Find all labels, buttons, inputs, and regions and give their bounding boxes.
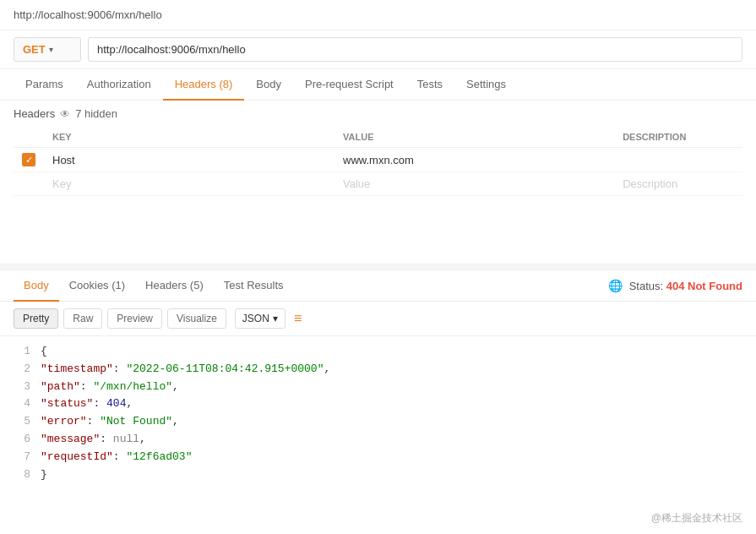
watermark: @稀土掘金技术社区 — [651, 511, 742, 526]
response-tab-headers[interactable]: Headers (5) — [135, 270, 214, 302]
json-body: 1 { 2 "timestamp": "2022-06-11T08:04:42.… — [0, 336, 756, 490]
json-line-4: 4 "status": 404, — [14, 395, 742, 413]
response-section: Body Cookies (1) Headers (5) Test Result… — [0, 270, 756, 490]
col-checkbox — [14, 127, 44, 148]
response-tabs-bar: Body Cookies (1) Headers (5) Test Result… — [0, 270, 756, 302]
section-divider — [0, 264, 756, 270]
headers-label: Headers — [14, 107, 55, 120]
url-input[interactable] — [88, 37, 742, 62]
row-description[interactable] — [614, 148, 742, 172]
tab-settings[interactable]: Settings — [454, 69, 518, 101]
eye-icon: 👁 — [60, 108, 70, 120]
tab-pre-request-script[interactable]: Pre-request Script — [293, 69, 405, 101]
globe-icon: 🌐 — [608, 279, 623, 292]
col-value-header: VALUE — [334, 127, 614, 148]
chevron-down-icon: ▾ — [49, 45, 53, 54]
json-line-7: 7 "requestId": "12f6ad03" — [14, 449, 742, 466]
headers-label-row: Headers 👁 7 hidden — [14, 101, 742, 127]
checkbox-checked-icon: ✓ — [22, 153, 35, 166]
status-area: 🌐 Status: 404 Not Found — [608, 279, 742, 292]
request-bar: GET ▾ — [0, 30, 756, 69]
tab-tests[interactable]: Tests — [405, 69, 454, 101]
chevron-down-icon: ▾ — [273, 313, 278, 324]
tab-body[interactable]: Body — [244, 69, 293, 101]
row-checkbox-empty[interactable] — [14, 172, 44, 196]
tab-params[interactable]: Params — [14, 69, 75, 101]
status-label: Status: 404 Not Found — [629, 280, 742, 292]
json-line-8: 8 } — [14, 466, 742, 484]
json-line-1: 1 { — [14, 343, 742, 361]
tab-authorization[interactable]: Authorization — [75, 69, 163, 101]
row-key-placeholder[interactable]: Key — [44, 172, 334, 196]
json-format-label: JSON — [242, 313, 269, 324]
json-format-select[interactable]: JSON ▾ — [235, 308, 286, 329]
status-code: 404 Not Found — [666, 280, 742, 292]
json-line-3: 3 "path": "/mxn/hello", — [14, 379, 742, 396]
filter-icon[interactable]: ≡ — [294, 311, 302, 326]
row-value-placeholder[interactable]: Value — [334, 172, 614, 196]
request-tabs-bar: Params Authorization Headers (8) Body Pr… — [0, 69, 756, 101]
hidden-count: 7 hidden — [75, 107, 117, 120]
format-raw-button[interactable]: Raw — [63, 308, 102, 329]
response-tab-cookies[interactable]: Cookies (1) — [59, 270, 135, 302]
format-visualize-button[interactable]: Visualize — [167, 308, 226, 329]
row-desc-placeholder[interactable]: Description — [614, 172, 742, 196]
row-checkbox[interactable]: ✓ — [14, 148, 44, 172]
table-row-placeholder: Key Value Description — [14, 172, 742, 196]
tab-headers[interactable]: Headers (8) — [163, 69, 245, 101]
format-preview-button[interactable]: Preview — [107, 308, 162, 329]
format-pretty-button[interactable]: Pretty — [14, 308, 58, 329]
row-value[interactable]: www.mxn.com — [334, 148, 614, 172]
response-tab-body[interactable]: Body — [14, 270, 59, 302]
table-row: ✓ Host www.mxn.com — [14, 148, 742, 172]
col-key-header: KEY — [44, 127, 334, 148]
json-line-2: 2 "timestamp": "2022-06-11T08:04:42.915+… — [14, 361, 742, 379]
method-text: GET — [23, 43, 46, 56]
format-bar: Pretty Raw Preview Visualize JSON ▾ ≡ — [0, 302, 756, 336]
json-line-6: 6 "message": null, — [14, 431, 742, 449]
headers-table: KEY VALUE DESCRIPTION ✓ Host www.mxn.com… — [14, 127, 742, 196]
top-url-bar: http://localhost:9006/mxn/hello — [0, 0, 756, 30]
json-line-5: 5 "error": "Not Found", — [14, 413, 742, 431]
response-tab-test-results[interactable]: Test Results — [214, 270, 294, 302]
col-desc-header: DESCRIPTION — [614, 127, 742, 148]
row-key[interactable]: Host — [44, 148, 334, 172]
top-url-text: http://localhost:9006/mxn/hello — [14, 8, 162, 21]
headers-section: Headers 👁 7 hidden KEY VALUE DESCRIPTION… — [0, 101, 756, 196]
method-select[interactable]: GET ▾ — [14, 37, 81, 62]
